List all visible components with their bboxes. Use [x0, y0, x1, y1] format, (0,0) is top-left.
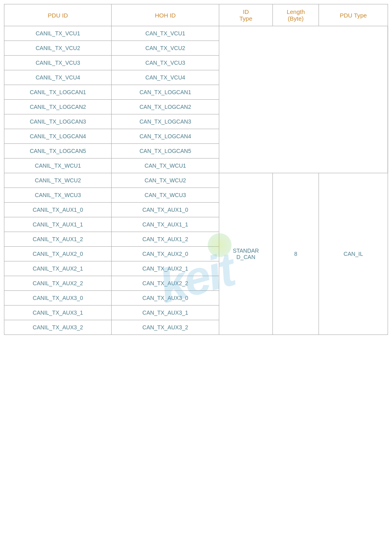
cell-hoh-id: CAN_TX_WCU3 — [112, 188, 219, 203]
data-table: PDU ID HOH ID IDType Length(Byte) PDU Ty… — [4, 4, 388, 335]
cell-hoh-id: CAN_TX_LOGCAN5 — [112, 144, 219, 159]
cell-hoh-id: CAN_TX_AUX1_0 — [112, 203, 219, 217]
cell-hoh-id: CAN_TX_AUX3_1 — [112, 306, 219, 320]
cell-pdu-id: CANIL_TX_LOGCAN2 — [4, 100, 112, 114]
cell-hoh-id: CAN_TX_VCU2 — [112, 41, 219, 56]
cell-pdu-id: CANIL_TX_AUX3_0 — [4, 291, 112, 306]
table-row: CANIL_TX_LOGCAN2CAN_TX_LOGCAN2 — [4, 100, 388, 114]
cell-id-type: STANDAR D_CAN — [219, 173, 272, 335]
cell-hoh-id: CAN_TX_VCU3 — [112, 56, 219, 70]
table-row: CANIL_TX_LOGCAN5CAN_TX_LOGCAN5 — [4, 144, 388, 159]
cell-pdu-id: CANIL_TX_AUX3_2 — [4, 320, 112, 335]
header-hoh-id: HOH ID — [112, 4, 219, 26]
cell-pdu-id: CANIL_TX_LOGCAN4 — [4, 129, 112, 144]
cell-hoh-id: CAN_TX_VCU1 — [112, 26, 219, 41]
cell-pdu-id: CANIL_TX_LOGCAN3 — [4, 114, 112, 129]
table-row: CANIL_TX_LOGCAN3CAN_TX_LOGCAN3 — [4, 114, 388, 129]
cell-pdu-id: CANIL_TX_AUX3_1 — [4, 306, 112, 320]
cell-pdu-id: CANIL_TX_LOGCAN5 — [4, 144, 112, 159]
cell-pdu-id: CANIL_TX_AUX1_0 — [4, 203, 112, 217]
header-row: PDU ID HOH ID IDType Length(Byte) PDU Ty… — [4, 4, 388, 26]
header-pdu-type: PDU Type — [319, 4, 388, 26]
cell-pdu-id: CANIL_TX_AUX2_0 — [4, 247, 112, 261]
cell-pdu-type: CAN_IL — [319, 173, 388, 335]
cell-hoh-id: CAN_TX_VCU4 — [112, 70, 219, 85]
cell-pdu-id: CANIL_TX_AUX2_1 — [4, 261, 112, 276]
cell-pdu-id: CANIL_TX_AUX1_1 — [4, 217, 112, 232]
cell-pdu-id: CANIL_TX_WCU2 — [4, 173, 112, 188]
cell-hoh-id: CAN_TX_WCU2 — [112, 173, 219, 188]
cell-hoh-id: CAN_TX_AUX2_2 — [112, 276, 219, 291]
header-length: Length(Byte) — [273, 4, 319, 26]
table-row: CANIL_TX_WCU1CAN_TX_WCU1 — [4, 159, 388, 173]
table-row: CANIL_TX_VCU2CAN_TX_VCU2 — [4, 41, 388, 56]
cell-hoh-id: CAN_TX_AUX3_0 — [112, 291, 219, 306]
table-row: CANIL_TX_VCU3CAN_TX_VCU3 — [4, 56, 388, 70]
table-row: CANIL_TX_WCU2CAN_TX_WCU2STANDAR D_CAN8CA… — [4, 173, 388, 188]
header-pdu-id: PDU ID — [4, 4, 112, 26]
cell-hoh-id: CAN_TX_AUX1_1 — [112, 217, 219, 232]
cell-pdu-id: CANIL_TX_AUX1_2 — [4, 232, 112, 247]
cell-length: 8 — [273, 173, 319, 335]
cell-hoh-id: CAN_TX_LOGCAN4 — [112, 129, 219, 144]
cell-pdu-id: CANIL_TX_VCU3 — [4, 56, 112, 70]
cell-hoh-id: CAN_TX_LOGCAN1 — [112, 85, 219, 100]
cell-hoh-id: CAN_TX_AUX3_2 — [112, 320, 219, 335]
table-row: CANIL_TX_VCU1CAN_TX_VCU1 — [4, 26, 388, 41]
cell-hoh-id: CAN_TX_AUX2_0 — [112, 247, 219, 261]
cell-pdu-id: CANIL_TX_VCU2 — [4, 41, 112, 56]
cell-pdu-id: CANIL_TX_WCU1 — [4, 159, 112, 173]
cell-hoh-id: CAN_TX_AUX1_2 — [112, 232, 219, 247]
cell-pdu-id: CANIL_TX_WCU3 — [4, 188, 112, 203]
cell-pdu-id: CANIL_TX_LOGCAN1 — [4, 85, 112, 100]
table-row: CANIL_TX_VCU4CAN_TX_VCU4 — [4, 70, 388, 85]
table-row: CANIL_TX_LOGCAN1CAN_TX_LOGCAN1 — [4, 85, 388, 100]
cell-hoh-id: CAN_TX_LOGCAN3 — [112, 114, 219, 129]
cell-pdu-id: CANIL_TX_VCU1 — [4, 26, 112, 41]
cell-hoh-id: CAN_TX_LOGCAN2 — [112, 100, 219, 114]
table-row: CANIL_TX_LOGCAN4CAN_TX_LOGCAN4 — [4, 129, 388, 144]
cell-pdu-id: CANIL_TX_VCU4 — [4, 70, 112, 85]
cell-hoh-id: CAN_TX_AUX2_1 — [112, 261, 219, 276]
cell-hoh-id: CAN_TX_WCU1 — [112, 159, 219, 173]
header-id-type: IDType — [219, 4, 272, 26]
cell-pdu-id: CANIL_TX_AUX2_2 — [4, 276, 112, 291]
table-wrapper: PDU ID HOH ID IDType Length(Byte) PDU Ty… — [0, 0, 392, 339]
